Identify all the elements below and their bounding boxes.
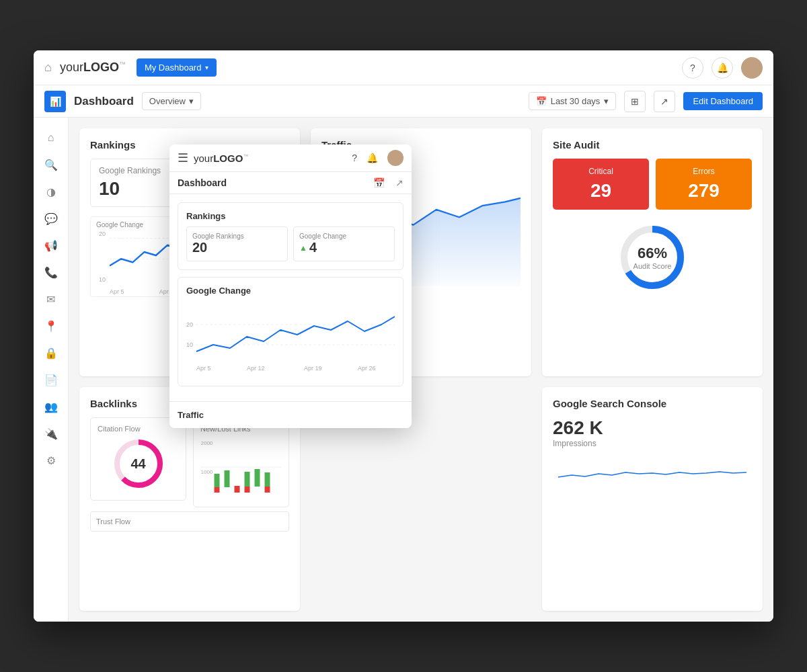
trust-flow-widget: Trust Flow xyxy=(90,511,289,532)
sub-nav: 📊 Dashboard Overview ▾ 📅 Last 30 days ▾ … xyxy=(34,85,773,118)
audit-metrics: Critical 29 Errors 279 xyxy=(553,159,752,210)
chevron-down-icon: ▾ xyxy=(189,96,194,106)
sidebar-item-document[interactable]: 📄 xyxy=(38,368,65,392)
sidebar-item-comments[interactable]: 💬 xyxy=(38,206,65,230)
audit-score-pct: 66% xyxy=(638,245,667,262)
mobile-dashboard-title: Dashboard xyxy=(178,177,368,188)
mobile-rankings-card: Rankings Google Rankings 20 Google Chang… xyxy=(178,202,404,270)
svg-rect-13 xyxy=(255,469,260,487)
gsc-title: Google Search Console xyxy=(553,398,752,409)
chevron-down-icon: ▾ xyxy=(604,96,609,106)
chevron-down-icon: ▾ xyxy=(205,64,208,71)
home-nav-icon[interactable]: ⌂ xyxy=(44,60,52,75)
donut-container: 66% Audit Score xyxy=(615,220,689,294)
newlost-chart-svg: 2000 1000 xyxy=(200,437,282,497)
svg-rect-12 xyxy=(245,472,250,487)
audit-score-donut: 66% Audit Score xyxy=(553,220,752,294)
gsc-impressions-label: Impressions xyxy=(553,439,752,448)
gsc-impressions-value: 262 K xyxy=(553,417,752,439)
columns-icon-button[interactable]: ⊞ xyxy=(624,91,646,112)
top-nav: ⌂ yourLOGO™ My Dashboard ▾ ? 🔔 xyxy=(34,50,773,85)
mobile-subbar: Dashboard 📅 ↗ xyxy=(169,172,412,194)
avatar[interactable] xyxy=(741,57,763,79)
trust-flow-label: Trust Flow xyxy=(96,517,283,526)
mobile-avatar[interactable] xyxy=(387,150,404,166)
mobile-chart-label: Google Change xyxy=(186,286,395,296)
mobile-chart-svg: 20 10 Apr 5 Apr 12 Apr 19 Apr 26 xyxy=(186,301,395,375)
critical-label: Critical xyxy=(561,167,641,176)
svg-rect-11 xyxy=(225,470,230,487)
sidebar-item-phone[interactable]: 📞 xyxy=(38,260,65,284)
svg-text:Apr 12: Apr 12 xyxy=(247,365,265,372)
overview-button[interactable]: Overview ▾ xyxy=(142,92,201,110)
citation-flow-widget: Citation Flow 44 xyxy=(90,417,186,501)
gsc-card: Google Search Console 262 K Impressions xyxy=(542,387,763,611)
svg-rect-17 xyxy=(245,487,250,493)
sidebar-item-settings[interactable]: ⚙ xyxy=(38,448,65,472)
mobile-calendar-icon[interactable]: 📅 xyxy=(373,177,385,188)
sidebar-item-location[interactable]: 📍 xyxy=(38,314,65,338)
mobile-menu-icon[interactable]: ☰ xyxy=(178,151,188,165)
page-title: Dashboard xyxy=(74,95,134,108)
mobile-bell-icon[interactable]: 🔔 xyxy=(367,153,378,163)
sidebar-item-users[interactable]: 👥 xyxy=(38,394,65,419)
svg-text:1000: 1000 xyxy=(201,469,213,475)
svg-text:2000: 2000 xyxy=(201,440,213,446)
mobile-logo: yourLOGO™ xyxy=(194,153,248,164)
mobile-chart-card: Google Change 20 10 Apr 5 Apr 12 Apr 19 … xyxy=(178,277,404,386)
svg-rect-15 xyxy=(215,487,220,493)
dashboard-icon: 📊 xyxy=(44,91,66,112)
browser-window: ⌂ yourLOGO™ My Dashboard ▾ ? 🔔 📊 Dashboa… xyxy=(34,50,773,622)
svg-text:10: 10 xyxy=(186,341,193,348)
mobile-overlay-card: ☰ yourLOGO™ ? 🔔 Dashboard 📅 ↗ xyxy=(169,144,412,428)
chart-label: Google Change xyxy=(96,221,143,228)
svg-text:20: 20 xyxy=(186,321,193,328)
sidebar-item-chart[interactable]: ◑ xyxy=(38,179,65,204)
citation-flow-value: 44 xyxy=(130,456,145,472)
mobile-up-arrow-icon: ▲ xyxy=(299,243,307,253)
svg-text:Apr 19: Apr 19 xyxy=(304,365,322,372)
share-icon-button[interactable]: ↗ xyxy=(654,91,675,112)
svg-text:Apr 5: Apr 5 xyxy=(196,365,211,372)
svg-rect-18 xyxy=(265,487,270,493)
logo: yourLOGO™ xyxy=(60,60,126,75)
sidebar-item-search[interactable]: 🔍 xyxy=(38,153,65,177)
errors-badge: Errors 279 xyxy=(656,159,752,210)
main-layout: ⌂ 🔍 ◑ 💬 📢 📞 ✉ 📍 🔒 📄 👥 🔌 ⚙ Rankings Googl… xyxy=(34,118,773,622)
sidebar-item-mail[interactable]: ✉ xyxy=(38,287,65,311)
sidebar-item-plugin[interactable]: 🔌 xyxy=(38,421,65,446)
sidebar-item-lock[interactable]: 🔒 xyxy=(38,341,65,365)
critical-badge: Critical 29 xyxy=(553,159,649,210)
errors-value: 279 xyxy=(664,180,744,202)
mobile-traffic-title: Traffic xyxy=(178,410,404,420)
edit-dashboard-button[interactable]: Edit Dashboard xyxy=(683,92,763,110)
mobile-traffic-section: Traffic xyxy=(169,401,412,428)
sidebar-item-home[interactable]: ⌂ xyxy=(38,126,65,150)
errors-label: Errors xyxy=(664,167,744,176)
svg-rect-10 xyxy=(215,474,220,487)
y-axis-labels: 20 10 xyxy=(91,230,108,283)
donut-center-text: 66% Audit Score xyxy=(633,245,672,270)
google-rankings-value: 10 xyxy=(99,178,177,200)
newlost-widget: New/Lost Links 2000 1000 xyxy=(193,417,289,507)
dashboard-content: Rankings Google Rankings 10 Google Chang… xyxy=(69,118,773,622)
site-audit-card: Site Audit Critical 29 Errors 279 xyxy=(542,128,763,376)
google-rankings-label: Google Rankings xyxy=(99,166,177,175)
audit-score-label: Audit Score xyxy=(633,262,672,270)
gsc-line-svg xyxy=(553,454,752,487)
sidebar-item-megaphone[interactable]: 📢 xyxy=(38,233,65,257)
help-button[interactable]: ? xyxy=(682,57,703,79)
mobile-rankings-title: Rankings xyxy=(186,211,395,221)
svg-text:Apr 26: Apr 26 xyxy=(358,365,376,372)
mobile-metrics: Google Rankings 20 Google Change ▲ 4 xyxy=(186,226,395,261)
critical-value: 29 xyxy=(561,180,641,202)
notifications-button[interactable]: 🔔 xyxy=(712,57,733,79)
date-range-button[interactable]: 📅 Last 30 days ▾ xyxy=(529,92,617,110)
mobile-help-icon[interactable]: ? xyxy=(352,153,357,163)
mobile-google-change: Google Change ▲ 4 xyxy=(293,226,395,261)
mobile-nav: ☰ yourLOGO™ ? 🔔 xyxy=(169,144,412,172)
svg-rect-16 xyxy=(235,486,240,493)
calendar-icon: 📅 xyxy=(536,96,547,106)
mobile-share-icon[interactable]: ↗ xyxy=(395,177,404,188)
my-dashboard-button[interactable]: My Dashboard ▾ xyxy=(137,58,217,77)
